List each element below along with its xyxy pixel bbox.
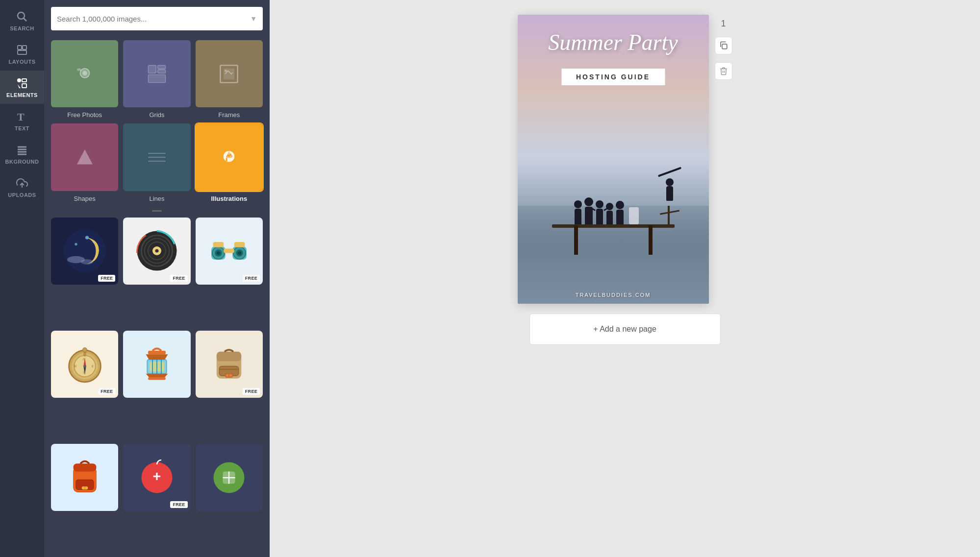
grids-label: Grids [149, 111, 164, 119]
category-frames[interactable]: Frames [196, 40, 263, 119]
svg-point-66 [83, 365, 86, 367]
svg-rect-100 [722, 44, 727, 49]
add-page-button[interactable]: + Add a new page [529, 314, 721, 345]
svg-point-27 [225, 70, 227, 72]
svg-marker-74 [146, 355, 168, 360]
svg-point-41 [93, 242, 95, 243]
category-grids[interactable]: Grids [123, 40, 190, 119]
svg-rect-20 [148, 65, 156, 73]
svg-point-43 [81, 259, 93, 265]
free-badge: FREE [98, 388, 115, 395]
svg-text:W: W [74, 365, 76, 368]
illustrations-grid: FREE FREE [44, 213, 270, 557]
svg-rect-6 [22, 79, 26, 82]
svg-point-39 [85, 236, 89, 240]
category-grid: Free Photos Grids [44, 35, 270, 207]
svg-rect-22 [158, 70, 166, 73]
free-badge: FREE [170, 501, 187, 508]
svg-text:T: T [17, 111, 25, 122]
upload-icon [15, 176, 29, 190]
search-icon [15, 10, 29, 24]
elements-icon [15, 76, 29, 90]
frames-thumb [196, 40, 263, 107]
lines-thumb [123, 123, 190, 191]
free-badge: FREE [98, 275, 115, 282]
illustration-backpack1[interactable]: FREE [196, 331, 263, 398]
duplicate-button[interactable] [715, 37, 732, 54]
illustration-vinyl[interactable]: FREE [123, 218, 190, 285]
photos-thumb [51, 40, 118, 107]
shapes-thumb [51, 123, 118, 191]
frames-label: Frames [218, 111, 240, 119]
svg-rect-83 [217, 352, 241, 362]
nav-item-background[interactable]: BKGROUND [0, 137, 44, 170]
poster-title: Summer Party [548, 29, 678, 55]
page-number: 1 [721, 19, 726, 29]
category-shapes[interactable]: Shapes [51, 123, 118, 202]
svg-point-40 [75, 243, 77, 245]
svg-rect-90 [73, 463, 96, 471]
layouts-icon [15, 43, 29, 57]
poster-background: Summer Party HOSTING GUIDE [518, 15, 709, 304]
main-canvas-area: Summer Party HOSTING GUIDE [270, 0, 980, 557]
illustration-extra2[interactable] [196, 444, 263, 511]
illustrations-label: Illustrations [211, 195, 247, 202]
svg-point-38 [63, 230, 105, 272]
svg-rect-73 [148, 351, 166, 354]
delete-button[interactable] [715, 62, 732, 80]
svg-marker-77 [146, 374, 168, 377]
svg-marker-7 [18, 84, 21, 88]
search-input[interactable] [57, 15, 250, 23]
search-section: ▼ [44, 0, 270, 35]
svg-point-17 [82, 71, 87, 75]
photos-label: Free Photos [67, 111, 102, 119]
free-badge: FREE [243, 388, 260, 395]
svg-point-5 [18, 79, 21, 82]
text-icon: T [15, 110, 29, 123]
background-icon [15, 143, 29, 157]
svg-rect-18 [77, 68, 81, 71]
search-dropdown-arrow[interactable]: ▼ [250, 15, 257, 23]
svg-text:N: N [83, 358, 85, 361]
shapes-label: Shapes [74, 195, 96, 202]
nav-item-text[interactable]: T TEXT [0, 104, 44, 137]
svg-rect-59 [213, 242, 224, 247]
svg-point-0 [18, 12, 25, 19]
free-badge: FREE [243, 275, 260, 282]
svg-text:S: S [83, 371, 85, 374]
category-photos[interactable]: Free Photos [51, 40, 118, 119]
svg-text:E: E [92, 365, 94, 368]
svg-rect-2 [18, 46, 22, 49]
elements-panel: ▼ Free Photos [44, 0, 270, 557]
illustration-backpack2[interactable] [51, 444, 118, 511]
free-badge: FREE [170, 275, 187, 282]
svg-rect-36 [226, 158, 227, 161]
svg-point-49 [155, 249, 158, 253]
category-lines[interactable]: Lines [123, 123, 190, 202]
nav-item-search[interactable]: SEARCH [0, 4, 44, 37]
poster-footer: TRAVELBUDDIES.COM [576, 292, 651, 298]
illustration-extra1[interactable]: + FREE [123, 444, 190, 511]
svg-rect-78 [148, 377, 166, 380]
design-card[interactable]: Summer Party HOSTING GUIDE [518, 15, 709, 304]
illustration-moon[interactable]: FREE [51, 218, 118, 285]
search-input-wrap[interactable]: ▼ [51, 7, 263, 30]
svg-point-72 [82, 348, 87, 352]
svg-rect-4 [18, 50, 26, 54]
lines-label: Lines [149, 195, 164, 202]
poster-subtitle: HOSTING GUIDE [576, 73, 650, 81]
svg-point-53 [217, 251, 220, 255]
svg-rect-8 [22, 84, 26, 88]
nav-item-elements[interactable]: ELEMENTS [0, 71, 44, 104]
svg-text:+: + [153, 468, 161, 484]
svg-rect-21 [158, 65, 166, 69]
nav-item-uploads[interactable]: UPLOADS [0, 170, 44, 204]
illustration-binoculars[interactable]: FREE [196, 218, 263, 285]
category-illustrations[interactable]: Illustrations [196, 123, 263, 202]
left-navigation: SEARCH LAYOUTS ELEMENTS T [0, 0, 44, 557]
svg-rect-3 [23, 46, 26, 49]
illustration-lantern[interactable] [123, 331, 190, 398]
illustration-compass[interactable]: N S W E FREE [51, 331, 118, 398]
illustrations-thumb [196, 123, 263, 191]
nav-item-layouts[interactable]: LAYOUTS [0, 37, 44, 71]
